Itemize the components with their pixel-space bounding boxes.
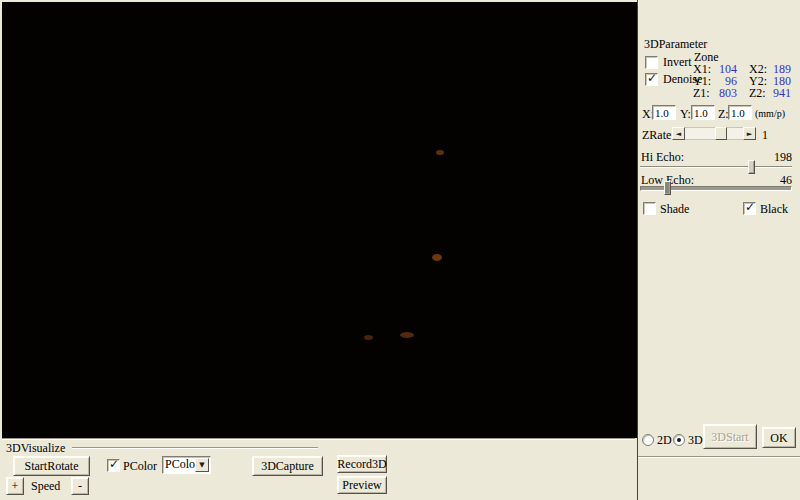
zone-z1-value: 803 — [714, 86, 737, 101]
hi-echo-thumb[interactable] — [748, 160, 755, 174]
scale-y-label: Y: — [680, 107, 691, 122]
scale-z-input[interactable] — [728, 105, 752, 120]
invert-checkbox[interactable] — [645, 56, 658, 69]
3dstart-button[interactable]: 3DStart — [703, 424, 757, 449]
zrate-scrollbar[interactable]: ◄ ► — [672, 127, 756, 140]
mode-2d-label: 2D — [657, 433, 672, 448]
black-checkbox[interactable]: ✓ — [743, 202, 756, 215]
groupbox-line — [72, 447, 318, 449]
invert-label: Invert — [663, 55, 692, 70]
pcolor-checkbox[interactable]: ✓ — [107, 459, 120, 472]
mode-3d-radio[interactable] — [673, 434, 685, 446]
speed-label: Speed — [31, 479, 60, 494]
hi-echo-value: 198 — [768, 150, 792, 165]
parameter-panel: 3DParameter Invert ✓ Denoise Zone X1: 10… — [637, 0, 800, 500]
scale-unit-label: (mm/p) — [755, 108, 785, 119]
check-icon: ✓ — [647, 71, 657, 85]
visualize-group-label: 3DVisualize — [6, 441, 65, 456]
ultrasound-texture — [170, 114, 442, 344]
radio-dot-icon — [677, 438, 681, 442]
record3d-button[interactable]: Record3D — [337, 455, 387, 473]
ultrasound-speck — [400, 332, 414, 338]
app-window: { "colors": { "panel": "#ece9d8", "value… — [0, 0, 800, 500]
pcolor-dropdown[interactable]: PColor ▼ — [162, 456, 211, 474]
panel-top-edge — [2, 438, 635, 440]
mode-2d-radio[interactable] — [642, 434, 654, 446]
ultrasound-speck — [364, 335, 373, 340]
mode-3d-label: 3D — [688, 433, 703, 448]
preview-button[interactable]: Preview — [337, 476, 387, 494]
chevron-down-icon[interactable]: ▼ — [195, 458, 209, 472]
render-viewport[interactable] — [2, 2, 637, 438]
panel-divider — [638, 456, 800, 458]
check-icon: ✓ — [745, 200, 755, 214]
pcolor-label: PColor — [123, 459, 157, 474]
zrate-thumb[interactable] — [715, 127, 727, 140]
3dcapture-button[interactable]: 3DCapture — [252, 456, 323, 476]
denoise-checkbox[interactable]: ✓ — [645, 73, 658, 86]
low-echo-track[interactable] — [640, 186, 792, 191]
zone-z1-label: Z1: — [693, 86, 710, 101]
ok-button[interactable]: OK — [762, 427, 796, 448]
check-icon: ✓ — [109, 457, 119, 471]
zone-z2-label: Z2: — [749, 86, 766, 101]
shade-checkbox[interactable] — [643, 202, 656, 215]
hi-echo-track[interactable] — [640, 166, 792, 168]
start-rotate-button[interactable]: StartRotate — [13, 456, 90, 476]
ultrasound-speck — [436, 150, 444, 155]
pcolor-dropdown-value: PColor — [165, 457, 199, 471]
speed-minus-button[interactable]: - — [71, 477, 89, 495]
zrate-value: 1 — [762, 128, 768, 143]
speed-plus-button[interactable]: + — [6, 477, 24, 495]
scale-x-input[interactable] — [652, 105, 676, 120]
ultrasound-image — [178, 122, 434, 336]
low-echo-thumb[interactable] — [664, 181, 671, 195]
black-label: Black — [760, 202, 788, 217]
visualize-panel: 3DVisualize StartRotate + Speed - ✓ PCol… — [0, 438, 637, 500]
zone-z2-value: 941 — [768, 86, 791, 101]
ultrasound-speck — [432, 254, 442, 261]
zrate-label: ZRate — [642, 128, 671, 143]
scale-y-input[interactable] — [691, 105, 715, 120]
hi-echo-label: Hi Echo: — [641, 150, 684, 165]
scroll-left-icon[interactable]: ◄ — [672, 127, 685, 140]
shade-label: Shade — [660, 202, 689, 217]
scroll-right-icon[interactable]: ► — [743, 127, 756, 140]
